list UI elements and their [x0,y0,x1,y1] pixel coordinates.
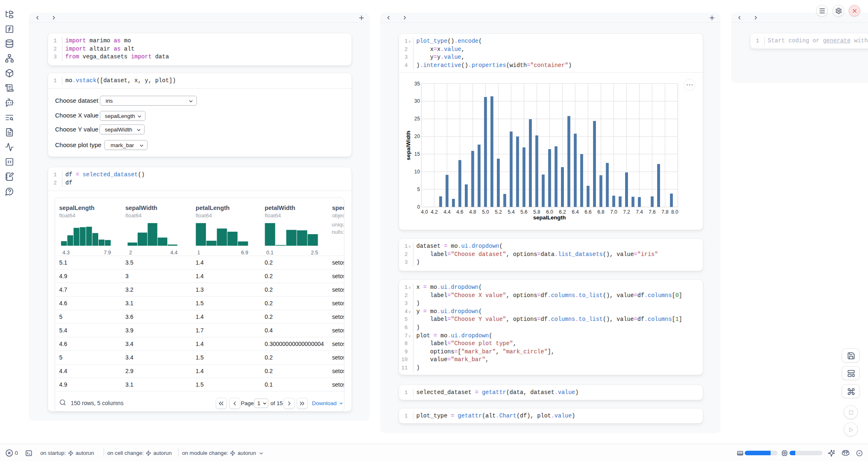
svg-text:15: 15 [414,151,420,157]
svg-text:30: 30 [414,98,420,104]
svg-text:7.0: 7.0 [610,209,617,215]
svg-text:5.0: 5.0 [482,209,489,215]
svg-text:8.0: 8.0 [671,209,678,215]
svg-text:7.8: 7.8 [662,209,669,215]
svg-text:4.0: 4.0 [421,209,428,215]
svg-text:5.2: 5.2 [495,209,502,215]
svg-text:10: 10 [414,169,420,175]
svg-text:4.2: 4.2 [431,209,438,215]
svg-text:6.8: 6.8 [598,209,605,215]
svg-text:sepalLength: sepalLength [533,214,566,221]
svg-text:7.4: 7.4 [636,209,643,215]
svg-text:7.2: 7.2 [623,209,630,215]
svg-text:6.2: 6.2 [559,209,566,215]
svg-text:35: 35 [414,81,420,87]
svg-text:20: 20 [414,134,420,139]
svg-text:6.0: 6.0 [546,209,553,215]
svg-text:5: 5 [417,187,420,192]
svg-text:6.6: 6.6 [584,209,591,215]
svg-text:5.6: 5.6 [520,209,527,215]
svg-text:sepalWidth: sepalWidth [405,131,411,160]
svg-text:7.6: 7.6 [649,209,656,215]
svg-text:4.8: 4.8 [469,209,476,215]
svg-text:0: 0 [417,204,420,210]
svg-text:5.8: 5.8 [533,209,540,215]
svg-text:4.6: 4.6 [456,209,463,215]
svg-text:5.4: 5.4 [508,209,515,215]
svg-text:4.4: 4.4 [443,209,450,215]
svg-text:6.4: 6.4 [572,209,579,215]
svg-text:25: 25 [414,116,420,122]
